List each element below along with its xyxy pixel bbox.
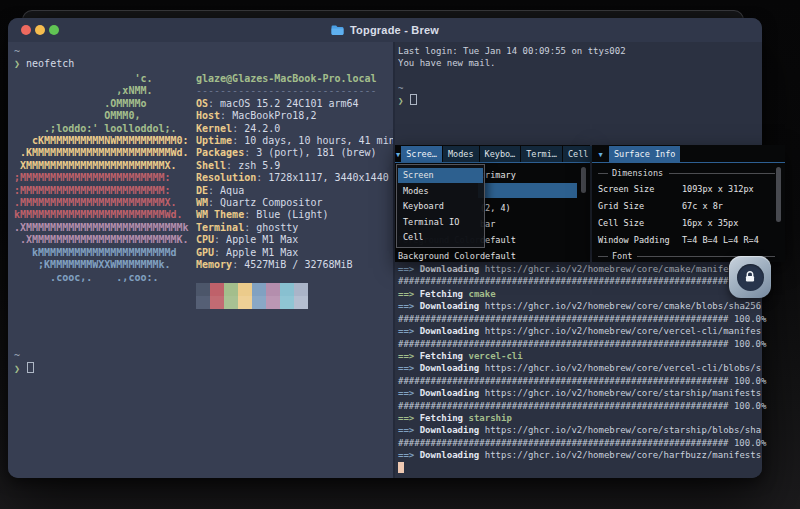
surface-info-tabbar: ▼ Surface Info — [592, 145, 785, 163]
terminal-cursor-hollow — [410, 94, 417, 105]
tab-cell[interactable]: Cell — [563, 146, 593, 162]
neofetch-info-row: Memory: 4527MiB / 32768MiB — [196, 259, 395, 271]
brew-output-line: ########################################… — [398, 275, 766, 287]
neofetch-info-row: Host: MacBookPro18,2 — [196, 110, 395, 122]
last-login-line: Last login: Tue Jan 14 00:09:55 on ttys0… — [398, 45, 626, 57]
surface-info-label: Grid Size — [598, 201, 644, 211]
neofetch-info-row: Terminal: ghostty — [196, 222, 395, 234]
collapse-arrow-icon[interactable]: ▼ — [593, 147, 608, 162]
folder-icon — [331, 25, 344, 36]
prompt-path-line: ~ — [14, 46, 20, 58]
ascii-art-line: kMMMMMMMMMMMMMMMMMMMMMMMMWd. — [14, 209, 189, 221]
palette-swatch — [280, 283, 294, 296]
neofetch-info-row: CPU: Apple M1 Max — [196, 234, 395, 246]
tab-termi[interactable]: Termi… — [521, 146, 562, 162]
ascii-art-line: kMMMMMMMMMMMMMMMMMMMMMMd — [14, 247, 189, 259]
palette-swatch — [224, 296, 238, 309]
palette-swatch — [266, 283, 280, 296]
neofetch-info-row: Kernel: 24.2.0 — [196, 123, 395, 135]
brew-output-line: ==> Downloading https://ghcr.io/v2/homeb… — [398, 387, 766, 399]
table-row-value: default — [480, 235, 516, 245]
lock-overlay-button[interactable] — [729, 256, 771, 298]
neofetch-info-row: GPU: Apple M1 Max — [196, 247, 395, 259]
brew-output-line: ########################################… — [398, 338, 766, 350]
dropdown-item-modes[interactable]: Modes — [398, 184, 483, 199]
terminal-pane-left[interactable]: ~ ❯ neofetch 'c. ,xNMM. .OMMMMo OMMM0, .… — [8, 42, 393, 478]
palette-swatch — [252, 283, 266, 296]
surface-info-value: T=4 B=4 L=4 R=4 — [682, 235, 759, 245]
brew-output-line: ==> Downloading https://ghcr.io/v2/homeb… — [398, 300, 766, 312]
brew-output-line: ########################################… — [398, 400, 766, 412]
dropdown-item-screen[interactable]: Screen — [398, 168, 483, 183]
neofetch-user-host: glaze@Glazes-MacBook-Pro.local — [196, 73, 395, 85]
palette-swatch — [238, 296, 252, 309]
screen-dropdown-menu: ScreenModesKeyboardTerminal IOCell — [396, 164, 485, 248]
ascii-art-line: XMMMMMMMMMMMMMMMMMMMMMMMX. — [14, 160, 189, 172]
inspector-panel[interactable]: ▼ Scree…ModesKeybo…Termi…Cell primary(2,… — [395, 145, 590, 262]
ascii-art-line: ;KMMMMMMMWXXWMMMMMMMk. — [14, 259, 189, 271]
palette-swatch — [266, 296, 280, 309]
palette-swatch — [196, 296, 210, 309]
collapse-arrow-icon[interactable]: ▼ — [396, 147, 400, 162]
brew-output-line: ==> Downloading https://ghcr.io/v2/homeb… — [398, 449, 766, 461]
table-row-label: Background Color — [398, 251, 480, 261]
surface-info-value: 16px x 35px — [682, 218, 738, 228]
prompt-path-line: ~ — [14, 350, 20, 362]
lock-icon — [737, 264, 764, 291]
separator-line — [598, 173, 608, 174]
section-title: Dimensions — [612, 168, 663, 178]
brew-output-line: ==> Fetching cmake — [398, 288, 766, 300]
brew-output-line: ########################################… — [398, 313, 766, 325]
dropdown-item-cell[interactable]: Cell — [398, 230, 483, 245]
dropdown-item-keyboard[interactable]: Keyboard — [398, 199, 483, 214]
inspector-tabbar: ▼ Scree…ModesKeybo…Termi…Cell — [395, 145, 590, 163]
tab-modes[interactable]: Modes — [443, 146, 479, 162]
separator-line — [598, 256, 608, 257]
ascii-art-line: 'c. — [14, 73, 189, 85]
ascii-art-line: ;MMMMMMMMMMMMMMMMMMMMMMMM: — [14, 172, 189, 184]
palette-swatch — [210, 283, 224, 296]
palette-swatch — [280, 296, 294, 309]
scrollbar[interactable] — [776, 167, 781, 222]
palette-swatch — [224, 283, 238, 296]
brew-output-line: ==> Downloading https://ghcr.io/v2/homeb… — [398, 325, 766, 337]
neofetch-ascii-art: 'c. ,xNMM. .OMMMMo OMMM0, .;loddo:' lool… — [14, 73, 189, 284]
ascii-art-line: ,xNMM. — [14, 85, 189, 97]
surface-info-label: Cell Size — [598, 218, 644, 228]
neofetch-info-row: OS: macOS 15.2 24C101 arm64 — [196, 98, 395, 110]
palette-swatch — [252, 296, 266, 309]
surface-info-panel[interactable]: ▼ Surface Info Dimensions Screen Size109… — [592, 145, 785, 262]
neofetch-info: glaze@Glazes-MacBook-Pro.local ---------… — [196, 73, 395, 272]
brew-output-line: ==> Downloading https://ghcr.io/v2/homeb… — [398, 424, 766, 436]
ascii-art-line: .XMMMMMMMMMMMMMMMMMMMMMMMMK. — [14, 234, 189, 246]
scrollbar[interactable] — [581, 167, 586, 193]
brew-output-line: ########################################… — [398, 375, 766, 387]
selected-table-row[interactable] — [478, 183, 577, 198]
tab-surface-info[interactable]: Surface Info — [609, 146, 680, 162]
ascii-art-line: .MMMMMMMMMMMMMMMMMMMMMMMMX. — [14, 197, 189, 209]
palette-swatch — [196, 283, 210, 296]
separator-line — [669, 173, 775, 174]
brew-output-line: ########################################… — [398, 437, 766, 449]
mail-notice-line: You have new mail. — [398, 57, 496, 69]
section-title: Font — [612, 251, 632, 261]
surface-info-value: 1093px x 312px — [682, 184, 754, 194]
command-line: ❯ neofetch — [14, 58, 74, 70]
window-titlebar[interactable]: Topgrade - Brew — [8, 18, 762, 43]
palette-swatch — [294, 283, 308, 296]
tab-scree[interactable]: Scree… — [401, 146, 442, 162]
ascii-art-line: .KMMMMMMMMMMMMMMMMMMMMMMMWd. — [14, 147, 189, 159]
ascii-art-line: cKMMMMMMMMMMNWMMMMMMMMMM0: — [14, 135, 189, 147]
dropdown-item-terminalio[interactable]: Terminal IO — [398, 215, 483, 230]
ascii-art-line: OMMM0, — [14, 110, 189, 122]
neofetch-separator: ------------------------------ — [196, 85, 395, 97]
surface-info-label: Screen Size — [598, 184, 654, 194]
neofetch-info-row: WM Theme: Blue (Light) — [196, 209, 395, 221]
prompt-path-line: ~ — [398, 82, 403, 94]
command-text: neofetch — [26, 58, 74, 69]
terminal-cursor-block — [398, 462, 404, 473]
ascii-art-line: .XMMMMMMMMMMMMMMMMMMMMMMMMMMk — [14, 222, 189, 234]
tab-keybo[interactable]: Keybo… — [480, 146, 521, 162]
neofetch-info-row: Shell: zsh 5.9 — [196, 160, 395, 172]
prompt-line: ❯ — [14, 362, 34, 375]
